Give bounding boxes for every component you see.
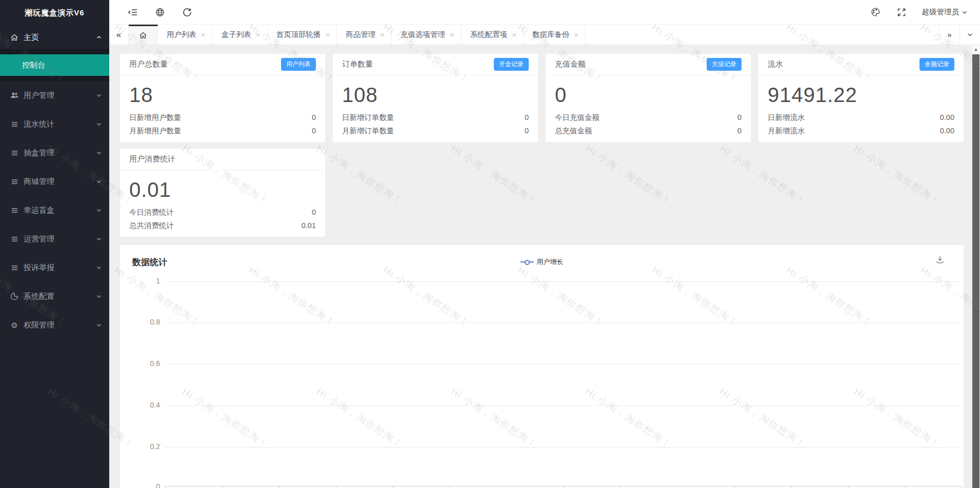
gridline	[165, 281, 962, 282]
chevron-down-icon	[96, 207, 102, 213]
tabs-scroll-right-button[interactable]: »	[939, 25, 959, 45]
data-stats-chart-card: 数据统计 用户增长 1 0.8 0.6 0.4 0.2 0	[120, 245, 964, 488]
refresh-icon[interactable]	[182, 7, 192, 17]
legend-item-user-growth[interactable]: 用户增长	[521, 257, 564, 267]
list-icon	[10, 177, 18, 186]
consume-stats-card: 用户消费统计 0.01 今日消费统计0 总共消费统计0.01	[120, 149, 325, 237]
app-title: 潮玩魔盒演示V6	[0, 0, 109, 26]
pie-chart-icon	[10, 292, 18, 300]
y-axis-tick-label: 0.2	[120, 442, 160, 451]
card-title: 订单数量	[342, 59, 373, 69]
scrollbar-thumb[interactable]	[972, 54, 979, 488]
tab-db-backup[interactable]: 数据库备份×	[524, 25, 586, 45]
chevron-down-icon	[967, 31, 973, 38]
sidebar-item-mall-mgmt[interactable]: 商城管理	[0, 167, 109, 196]
close-icon[interactable]: ×	[512, 31, 516, 38]
sidebar-item-permissions[interactable]: ⚙ 权限管理	[0, 311, 109, 339]
chevron-down-icon	[96, 236, 102, 242]
watermark-text: Hi 小淘，淘你想淘！	[851, 142, 944, 208]
list-icon	[10, 263, 18, 272]
card-title: 用户消费统计	[129, 154, 175, 164]
close-icon[interactable]: ×	[201, 31, 206, 38]
stat-card-recharge: 充值金额 充值记录 0 今日充值金额0 总充值金额0	[546, 54, 751, 142]
fullscreen-icon[interactable]	[896, 7, 907, 17]
gridline	[165, 322, 962, 323]
gridline	[165, 364, 962, 364]
chevron-down-icon	[96, 150, 102, 156]
card-value: 108	[333, 75, 538, 111]
list-icon	[10, 206, 18, 214]
close-icon[interactable]: ×	[574, 31, 579, 38]
card-title: 充值金额	[555, 59, 586, 69]
chart-title: 数据统计	[132, 256, 167, 268]
sidebar-collapse-icon[interactable]	[128, 7, 138, 17]
scroll-up-arrow-icon[interactable]: ▲	[972, 45, 980, 53]
vertical-scrollbar[interactable]: ▲	[971, 45, 980, 488]
watermark-text: Hi 小淘，淘你想淘！	[448, 142, 541, 208]
download-chart-icon[interactable]	[935, 254, 945, 267]
y-axis-tick-label: 0.6	[120, 359, 160, 368]
sidebar-item-user-mgmt[interactable]: 用户管理	[0, 81, 109, 110]
list-icon	[10, 149, 18, 157]
sidebar-item-system-config[interactable]: 系统配置	[0, 282, 109, 311]
tab-bar: « 用户列表× 盒子列表× 首页顶部轮播× 商品管理× 充值选项管理× 系统配置…	[109, 25, 980, 45]
stat-card-orders: 订单数量 开盒记录 108 日新增订单数量0 月新增订单数量0	[333, 54, 538, 142]
tab-user-list[interactable]: 用户列表×	[158, 25, 213, 45]
sidebar-item-lucky-box[interactable]: 幸运盲盒	[0, 196, 109, 225]
tab-product-mgmt[interactable]: 商品管理×	[337, 25, 392, 45]
sidebar-item-label: 主页	[24, 33, 96, 43]
list-icon	[10, 235, 18, 243]
sidebar-item-flow-stats[interactable]: 流水统计	[0, 110, 109, 138]
close-icon[interactable]: ×	[326, 31, 330, 38]
chevron-down-icon	[96, 178, 102, 185]
users-icon	[10, 91, 18, 99]
chevron-down-icon	[96, 121, 102, 127]
tabs-scroll-left-button[interactable]: «	[109, 25, 129, 45]
theme-palette-icon[interactable]	[871, 7, 881, 17]
badge-balance-records[interactable]: 余额记录	[919, 58, 954, 71]
gridline	[165, 405, 962, 406]
y-axis-tick-label: 1	[120, 277, 160, 285]
home-icon	[10, 33, 18, 42]
username-label: 超级管理员	[922, 7, 959, 17]
close-icon[interactable]: ×	[256, 31, 261, 38]
card-title: 流水	[768, 59, 783, 69]
sidebar-item-home[interactable]: 主页	[0, 26, 109, 49]
card-value: 91491.22	[758, 75, 964, 111]
badge-user-list[interactable]: 用户列表	[281, 58, 316, 71]
y-axis-tick-label: 0.8	[120, 318, 160, 326]
chevron-down-icon	[96, 265, 102, 271]
badge-open-box-records[interactable]: 开盒记录	[494, 58, 529, 71]
y-axis-tick-label: 0.4	[120, 401, 160, 409]
sidebar: 潮玩魔盒演示V6 主页 控制台 用户管理 流水统计 抽盒管	[0, 0, 109, 488]
tab-system-config-items[interactable]: 系统配置项×	[462, 25, 524, 45]
y-axis-tick-label: 0	[120, 482, 160, 488]
close-icon[interactable]: ×	[450, 31, 454, 38]
card-value: 0	[546, 75, 751, 111]
legend-line-marker-icon	[521, 259, 534, 265]
card-value: 0.01	[120, 170, 325, 206]
sidebar-item-operations[interactable]: 运营管理	[0, 225, 109, 253]
sidebar-item-complaints[interactable]: 投诉举报	[0, 253, 109, 282]
sidebar-submenu: 控制台	[0, 49, 109, 81]
list-icon	[10, 120, 18, 128]
watermark-text: Hi 小淘，淘你想淘！	[314, 142, 406, 208]
chevron-down-icon	[96, 322, 102, 328]
sidebar-item-console[interactable]: 控制台	[0, 54, 109, 76]
tabs-menu-button[interactable]	[959, 25, 980, 45]
user-menu[interactable]: 超级管理员	[922, 7, 968, 17]
card-value: 18	[120, 75, 325, 111]
chevron-down-icon	[96, 92, 102, 98]
language-globe-icon[interactable]	[155, 7, 165, 17]
tab-home[interactable]	[129, 25, 158, 45]
badge-recharge-records[interactable]: 充值记录	[707, 58, 742, 71]
tab-box-list[interactable]: 盒子列表×	[213, 25, 268, 45]
watermark-text: Hi 小淘，淘你想淘！	[583, 142, 675, 208]
tab-home-carousel[interactable]: 首页顶部轮播×	[268, 25, 337, 45]
home-icon	[139, 31, 147, 39]
sidebar-item-box-mgmt[interactable]: 抽盒管理	[0, 138, 109, 167]
tab-recharge-options[interactable]: 充值选项管理×	[392, 25, 462, 45]
close-icon[interactable]: ×	[380, 31, 385, 38]
stat-card-users: 用户总数量 用户列表 18 日新增用户数量0 月新增用户数量0	[120, 54, 325, 142]
chevron-down-icon	[96, 293, 102, 299]
